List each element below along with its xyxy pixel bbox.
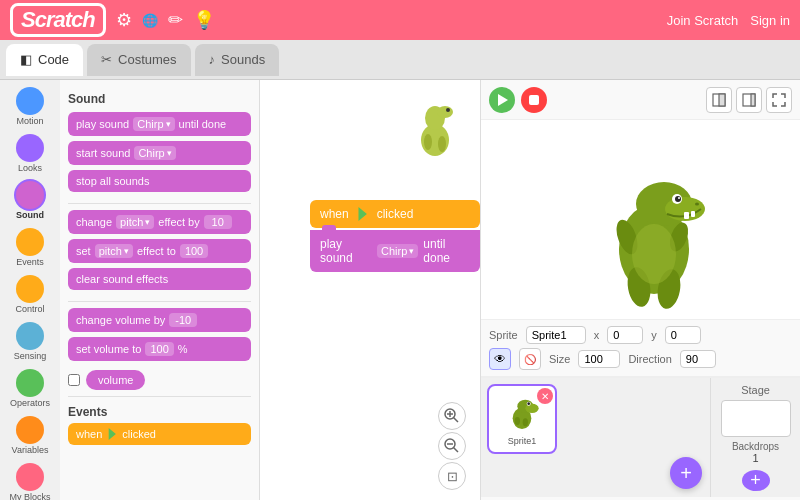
sounds-tab-label: Sounds (221, 52, 265, 67)
block-start-sound-dropdown[interactable]: Chirp (134, 146, 175, 160)
block-pitch-value[interactable]: 10 (204, 215, 232, 229)
tab-code[interactable]: ◧ Code (6, 44, 83, 76)
sidebar-item-operators[interactable]: Operators (4, 366, 56, 411)
zoom-in-icon (444, 408, 460, 424)
add-sprite-button[interactable]: + (670, 457, 702, 489)
block-stop-all-sounds[interactable]: stop all sounds (68, 170, 251, 192)
sidebar-item-sound[interactable]: Sound (4, 178, 56, 223)
tab-costumes[interactable]: ✂ Costumes (87, 44, 191, 76)
scratch-logo[interactable]: Scratch (10, 3, 106, 37)
sprite-name-input[interactable] (526, 326, 586, 344)
costumes-tab-icon: ✂ (101, 52, 112, 67)
block-set-pitch[interactable]: set pitch effect to 100 (68, 239, 251, 263)
separator (68, 203, 251, 204)
block-play-sound-dropdown[interactable]: Chirp (133, 117, 174, 131)
delete-sprite-button[interactable]: ✕ (537, 388, 553, 404)
large-stage-button[interactable] (736, 87, 762, 113)
svg-rect-20 (684, 212, 689, 219)
stage-section: Stage Backdrops 1 + (710, 378, 800, 497)
green-flag-button[interactable] (489, 87, 515, 113)
sign-in-button[interactable]: Sign in (750, 13, 790, 28)
svg-point-30 (632, 224, 676, 284)
script-sprite-thumbnail (410, 90, 460, 150)
sounds-tab-icon: ♪ (209, 52, 216, 67)
svg-point-24 (678, 197, 680, 199)
bulb-icon[interactable]: 💡 (193, 9, 215, 31)
sidebar-item-sensing[interactable]: Sensing (4, 319, 56, 364)
script-sound-piece[interactable]: play sound Chirp until done (310, 230, 480, 272)
block-change-volume[interactable]: change volume by -10 (68, 308, 251, 332)
sprite-info-row-2: 👁 🚫 Size Direction (489, 348, 792, 370)
svg-rect-16 (751, 94, 755, 106)
volume-checkbox[interactable] (68, 374, 80, 386)
svg-point-3 (446, 108, 450, 112)
right-panel: Sprite x y 👁 🚫 Size Direction (480, 80, 800, 500)
categories-panel: Motion Looks Sound Events Control Sensin… (0, 80, 60, 500)
block-when-flag[interactable]: when clicked (68, 423, 251, 445)
stage-mini-thumbnail[interactable] (721, 400, 791, 437)
sidebar-item-myblocks[interactable]: My Blocks (4, 460, 56, 500)
block-start-sound[interactable]: start sound Chirp (68, 141, 251, 165)
show-sprite-button[interactable]: 👁 (489, 348, 511, 370)
code-tab-icon: ◧ (20, 52, 32, 67)
block-change-pitch[interactable]: change pitch effect by 10 (68, 210, 251, 234)
blocks-panel: Sound play sound Chirp until done start … (60, 80, 260, 500)
block-set-pitch-value[interactable]: 100 (180, 244, 208, 258)
sprite-list: ✕ Sprite1 (481, 378, 710, 497)
svg-point-5 (438, 136, 446, 152)
small-stage-button[interactable] (706, 87, 732, 113)
costumes-tab-label: Costumes (118, 52, 177, 67)
flag-icon-block (106, 428, 118, 440)
svg-rect-14 (719, 94, 725, 106)
fullscreen-button[interactable] (766, 87, 792, 113)
stop-button[interactable] (521, 87, 547, 113)
block-set-pitch-dropdown[interactable]: pitch (95, 244, 133, 258)
sprite-info-row: Sprite x y (489, 326, 792, 344)
tabbar: ◧ Code ✂ Costumes ♪ Sounds (0, 40, 800, 80)
fullscreen-icon (772, 93, 786, 107)
stage-toolbar (481, 80, 800, 120)
sidebar-item-control[interactable]: Control (4, 272, 56, 317)
block-clear-effects[interactable]: clear sound effects (68, 268, 251, 290)
block-volume-value[interactable]: -10 (169, 313, 197, 327)
sidebar-item-events[interactable]: Events (4, 225, 56, 270)
block-play-sound[interactable]: play sound Chirp until done (68, 112, 251, 136)
y-label: y (651, 329, 657, 341)
tab-sounds[interactable]: ♪ Sounds (195, 44, 280, 76)
sprite-size-input[interactable] (578, 350, 620, 368)
sprite-thumb-sprite1[interactable]: ✕ Sprite1 (487, 384, 557, 454)
sprite-y-input[interactable] (665, 326, 701, 344)
topbar: Scratch ⚙ 🌐 ✏ 💡 Join Scratch Sign in (0, 0, 800, 40)
svg-point-25 (695, 203, 699, 206)
svg-point-37 (523, 418, 528, 426)
block-set-volume[interactable]: set volume to 100 % (68, 337, 251, 361)
block-set-volume-value[interactable]: 100 (145, 342, 173, 356)
sidebar-item-motion[interactable]: Motion (4, 84, 56, 129)
sprite-x-input[interactable] (607, 326, 643, 344)
zoom-in-button[interactable] (438, 402, 466, 430)
sprite-thumb-label: Sprite1 (508, 436, 537, 446)
fit-button[interactable]: ⊡ (438, 462, 466, 490)
gear-icon[interactable]: ⚙ (116, 9, 132, 31)
add-backdrop-button[interactable]: + (742, 470, 770, 491)
script-sound-dropdown[interactable]: Chirp (377, 244, 418, 258)
sprite-direction-input[interactable] (680, 350, 716, 368)
svg-point-23 (675, 196, 681, 202)
block-volume-reporter[interactable]: volume (86, 370, 145, 390)
translate-icon[interactable]: 🌐 (142, 13, 158, 28)
svg-line-7 (454, 418, 459, 423)
join-scratch-button[interactable]: Join Scratch (667, 13, 739, 28)
flag-icon-script (356, 207, 370, 221)
hide-sprite-button[interactable]: 🚫 (519, 348, 541, 370)
sidebar-item-variables[interactable]: Variables (4, 413, 56, 458)
block-pitch-dropdown[interactable]: pitch (116, 215, 154, 229)
zoom-out-button[interactable] (438, 432, 466, 460)
script-area: when clicked play sound Chirp until done (260, 80, 480, 500)
sprite-thumb-dino (502, 393, 542, 433)
sidebar-item-looks[interactable]: Looks (4, 131, 56, 176)
svg-point-2 (437, 106, 453, 118)
svg-point-36 (515, 417, 520, 425)
svg-line-11 (454, 448, 459, 453)
script-event-piece[interactable]: when clicked (310, 200, 480, 228)
edit-icon[interactable]: ✏ (168, 9, 183, 31)
